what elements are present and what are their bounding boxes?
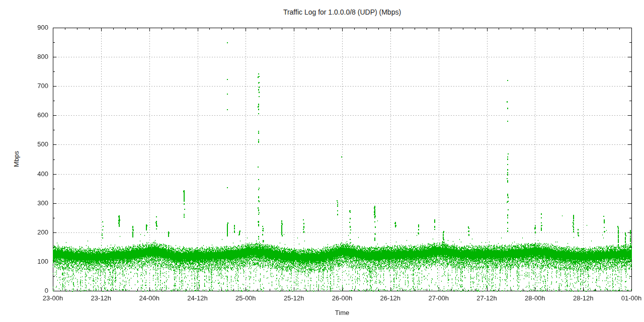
traffic-log-chart: Traffic Log for 1.0.0.0/8 (UDP) (Mbps) M… — [0, 0, 644, 322]
scatter-plot-canvas — [0, 0, 644, 322]
x-axis-label: Time — [53, 309, 631, 316]
